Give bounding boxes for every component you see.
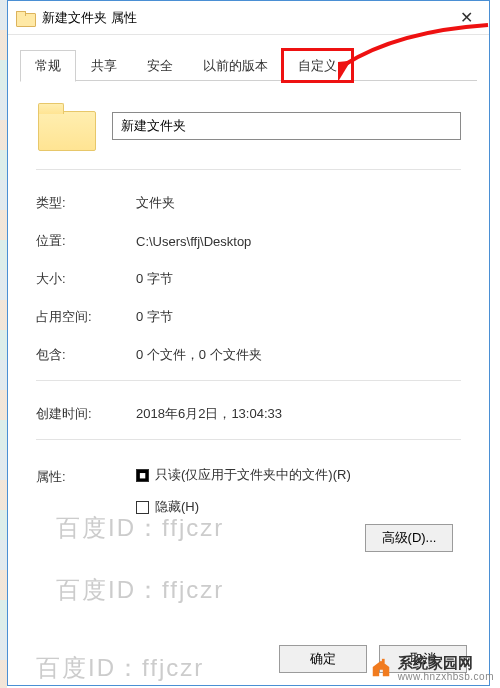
separator [36, 169, 461, 170]
created-label: 创建时间: [36, 405, 136, 423]
close-icon: ✕ [460, 8, 473, 27]
svg-rect-0 [382, 659, 385, 664]
contains-label: 包含: [36, 346, 136, 364]
separator [36, 380, 461, 381]
contains-value: 0 个文件，0 个文件夹 [136, 346, 461, 364]
size-label: 大小: [36, 270, 136, 288]
folder-name-row [36, 103, 461, 149]
row-size-on-disk: 占用空间: 0 字节 [36, 298, 461, 336]
tab-general[interactable]: 常规 [20, 50, 76, 82]
folder-name-input[interactable] [112, 112, 461, 140]
ondisk-value: 0 字节 [136, 308, 461, 326]
location-label: 位置: [36, 232, 136, 250]
type-label: 类型: [36, 194, 136, 212]
readonly-label: 只读(仅应用于文件夹中的文件)(R) [155, 466, 351, 484]
row-created: 创建时间: 2018年6月2日，13:04:33 [36, 395, 461, 433]
brand-url: www.hnzxhbsb.com [398, 671, 494, 682]
tab-security[interactable]: 安全 [132, 50, 188, 81]
readonly-checkbox-row[interactable]: ■ 只读(仅应用于文件夹中的文件)(R) [136, 466, 461, 484]
close-button[interactable]: ✕ [443, 3, 489, 33]
size-value: 0 字节 [136, 270, 461, 288]
row-type: 类型: 文件夹 [36, 184, 461, 222]
window-title: 新建文件夹 属性 [42, 9, 443, 27]
tab-strip: 常规 共享 安全 以前的版本 自定义 [8, 47, 489, 81]
row-location: 位置: C:\Users\ffj\Desktop [36, 222, 461, 260]
hidden-label: 隐藏(H) [155, 498, 199, 516]
hidden-checkbox-icon [136, 501, 149, 514]
row-contains: 包含: 0 个文件，0 个文件夹 [36, 336, 461, 374]
attributes-block: 属性: ■ 只读(仅应用于文件夹中的文件)(R) 隐藏(H) 高级(D)... [36, 454, 461, 552]
separator [36, 439, 461, 440]
general-tab-content: 类型: 文件夹 位置: C:\Users\ffj\Desktop 大小: 0 字… [8, 81, 489, 552]
brand-name: 系统家园网 [398, 654, 473, 671]
tab-sharing[interactable]: 共享 [76, 50, 132, 81]
titlebar: 新建文件夹 属性 ✕ [8, 1, 489, 35]
readonly-checkbox-icon: ■ [136, 469, 149, 482]
attributes-label: 属性: [36, 466, 136, 552]
brand-badge: 系统家园网 www.hnzxhbsb.com [370, 654, 494, 682]
ondisk-label: 占用空间: [36, 308, 136, 326]
hidden-checkbox-row[interactable]: 隐藏(H) [136, 498, 461, 516]
folder-icon [16, 11, 34, 25]
property-rows: 类型: 文件夹 位置: C:\Users\ffj\Desktop 大小: 0 字… [36, 184, 461, 374]
location-value: C:\Users\ffj\Desktop [136, 234, 461, 249]
tab-customize[interactable]: 自定义 [283, 50, 352, 81]
advanced-button[interactable]: 高级(D)... [365, 524, 453, 552]
desktop-edge-strip [0, 0, 7, 688]
ok-button[interactable]: 确定 [279, 645, 367, 673]
properties-dialog: 新建文件夹 属性 ✕ 常规 共享 安全 以前的版本 自定义 类型: 文件夹 [7, 0, 490, 686]
created-value: 2018年6月2日，13:04:33 [136, 405, 461, 423]
tab-previous-versions[interactable]: 以前的版本 [188, 50, 283, 81]
type-value: 文件夹 [136, 194, 461, 212]
folder-large-icon [38, 103, 94, 149]
row-size: 大小: 0 字节 [36, 260, 461, 298]
brand-logo-icon [370, 657, 392, 679]
